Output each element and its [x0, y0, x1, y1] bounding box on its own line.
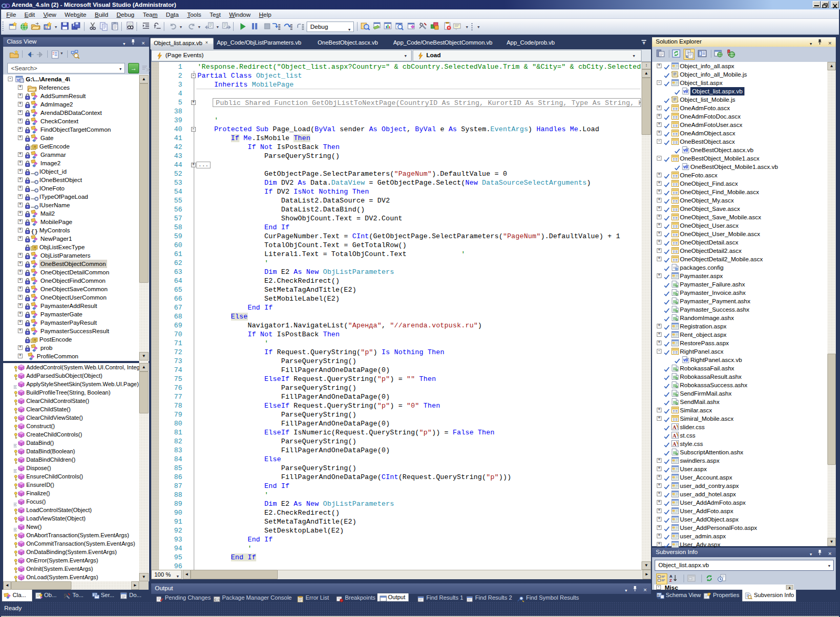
- svg-text:R: R: [657, 594, 660, 597]
- svg-text:A: A: [673, 433, 677, 439]
- svg-text:Z: Z: [669, 578, 672, 583]
- svg-text:C:\: C:\: [215, 598, 220, 602]
- svg-text:A: A: [673, 441, 677, 447]
- svg-text:A: A: [673, 424, 677, 430]
